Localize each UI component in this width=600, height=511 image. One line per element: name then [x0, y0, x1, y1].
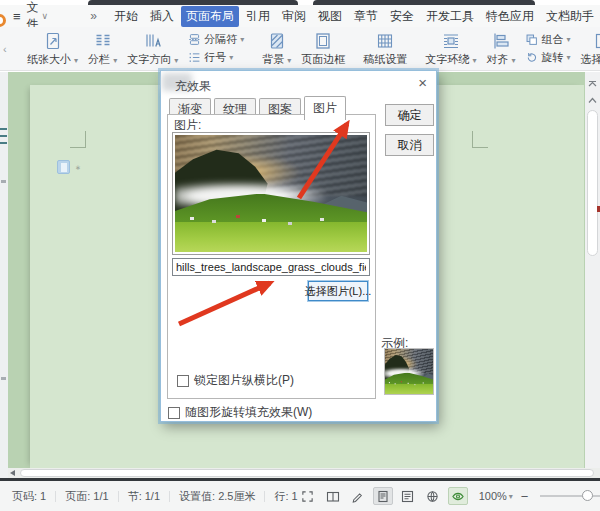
menu-item-security[interactable]: 安全	[385, 6, 419, 27]
close-icon[interactable]: ×	[418, 75, 427, 91]
columns-button[interactable]: 分栏 ▾	[88, 31, 117, 67]
status-section: 节: 1/1	[128, 489, 160, 504]
toolbar-more-icon[interactable]: »	[90, 9, 97, 23]
selection-pane-icon	[593, 31, 600, 51]
two-page-view-button[interactable]	[323, 487, 343, 505]
selection-pane-button[interactable]: 选择窗格	[581, 31, 600, 67]
menu-item-dev-tools[interactable]: 开发工具	[421, 6, 479, 27]
paste-options-icon[interactable]	[57, 160, 70, 174]
print-layout-view-button[interactable]	[373, 487, 393, 505]
menu-item-insert[interactable]: 插入	[145, 6, 179, 27]
fullscreen-icon	[301, 490, 314, 503]
chevron-down-icon: ▾	[240, 35, 244, 44]
status-left: 页码: 1 页面: 1/1 节: 1/1 设置值: 2.5厘米 行: 1	[12, 489, 298, 504]
app-logo-fragment	[0, 14, 6, 27]
manuscript-setup-label: 稿纸设置	[363, 52, 407, 67]
strip-mark	[0, 128, 7, 130]
manuscript-setup-button[interactable]: 稿纸设置	[363, 31, 407, 67]
ok-button[interactable]: 确定	[385, 104, 434, 126]
main-menu: 开始 插入 页面布局 引用 审阅 视图 章节 安全 开发工具 特色应用 文档助手	[109, 6, 599, 27]
menu-item-doc-assistant[interactable]: 文档助手	[541, 6, 599, 27]
lock-aspect-ratio-checkbox[interactable]: 锁定图片纵横比(P)	[177, 372, 294, 389]
chevron-down-icon: ▾	[74, 56, 78, 65]
web-layout-view-button[interactable]	[423, 487, 443, 505]
hamburger-menu-icon[interactable]: ≡	[13, 9, 21, 24]
fullscreen-button[interactable]	[298, 487, 318, 505]
zoom-level-value: 100%	[479, 490, 507, 502]
selection-pane-label: 选择窗格	[581, 52, 600, 67]
zoom-out-button[interactable]: −	[518, 489, 532, 504]
paper-size-icon	[43, 31, 63, 51]
chevron-down-icon: ▾	[287, 56, 291, 65]
menu-item-home[interactable]: 开始	[109, 6, 143, 27]
group-rotate-group: 组合▾ 旋转▾	[525, 32, 570, 65]
outline-view-icon	[401, 490, 414, 503]
menu-item-section[interactable]: 章节	[349, 6, 383, 27]
status-right: 100% ▾ − +	[298, 487, 600, 505]
columns-icon	[93, 31, 113, 51]
background-button[interactable]: 背景 ▾	[262, 31, 291, 67]
breaks-linenum-group: 分隔符▾ 行号▾	[188, 32, 244, 65]
vertical-scroll-thumb[interactable]	[587, 110, 598, 256]
margin-corner-mark	[472, 131, 488, 148]
group-button[interactable]: 组合▾	[525, 32, 570, 47]
book-view-icon	[326, 490, 340, 503]
text-wrap-button[interactable]: 文字环绕 ▾	[425, 31, 476, 67]
page-border-icon	[313, 31, 333, 51]
divider	[118, 491, 119, 502]
zoom-slider[interactable]	[540, 495, 600, 497]
scroll-left-icon[interactable]	[10, 470, 15, 476]
scroll-up-icon[interactable]	[588, 80, 597, 88]
background-label: 背景	[262, 53, 284, 65]
horizontal-scrollbar[interactable]	[8, 468, 600, 478]
text-wrap-icon	[441, 31, 461, 51]
menu-item-special-features[interactable]: 特色应用	[481, 6, 539, 27]
ink-pen-button[interactable]	[348, 487, 368, 505]
divider	[264, 491, 265, 502]
strip-mark	[0, 142, 7, 144]
menu-item-page-layout[interactable]: 页面布局	[181, 6, 239, 27]
rotate-fill-checkbox[interactable]: 随图形旋转填充效果(W)	[168, 404, 312, 421]
rotate-label: 旋转	[541, 50, 563, 65]
line-numbers-button[interactable]: 行号▾	[188, 50, 244, 65]
pilcrow-mark: ∗	[75, 166, 81, 170]
align-button[interactable]: 对齐 ▾	[486, 31, 515, 67]
line-numbers-label: 行号	[204, 50, 226, 65]
meadow-art	[175, 222, 367, 252]
menu-item-review[interactable]: 审阅	[277, 6, 311, 27]
breaks-label: 分隔符	[204, 32, 237, 47]
rotate-fill-label: 随图形旋转填充效果(W)	[185, 404, 312, 421]
divider	[169, 491, 170, 502]
tab-picture[interactable]: 图片	[304, 96, 346, 120]
chevron-down-icon: ▾	[113, 56, 117, 65]
eye-protection-mode-button[interactable]	[448, 487, 468, 505]
zoom-level-button[interactable]: 100% ▾	[479, 490, 513, 502]
columns-label: 分栏	[88, 53, 110, 65]
outline-view-button[interactable]	[398, 487, 418, 505]
status-page-number: 页码: 1	[12, 489, 46, 504]
chevron-down-icon: ▾	[566, 35, 570, 44]
page-border-button[interactable]: 页面边框	[301, 31, 345, 67]
chevron-down-icon: ∨	[42, 11, 49, 21]
cancel-button[interactable]: 取消	[385, 134, 434, 156]
horizontal-scroll-thumb[interactable]	[20, 469, 594, 477]
scroll-up-arrow-icon[interactable]	[588, 96, 597, 104]
breaks-button[interactable]: 分隔符▾	[188, 32, 244, 47]
select-picture-button[interactable]: 选择图片(L)...	[308, 281, 368, 301]
menu-item-view[interactable]: 视图	[313, 6, 347, 27]
menu-item-references[interactable]: 引用	[241, 6, 275, 27]
chevron-left-icon[interactable]: ‹	[3, 43, 7, 55]
background-icon	[267, 31, 287, 51]
zoom-slider-handle[interactable]	[582, 490, 593, 501]
text-direction-button[interactable]: 文字方向 ▾	[127, 31, 178, 67]
vertical-scrollbar[interactable]	[585, 72, 600, 478]
village-art	[190, 217, 194, 220]
picture-filename-field[interactable]	[172, 258, 370, 276]
sample-thumbnail	[384, 348, 434, 395]
chevron-down-icon: ▾	[229, 53, 233, 62]
strip-mark	[1, 180, 6, 183]
manuscript-grid-icon	[375, 31, 395, 51]
rotate-button[interactable]: 旋转▾	[525, 50, 570, 65]
paper-size-button[interactable]: 纸张大小 ▾	[27, 31, 78, 67]
strip-mark	[1, 377, 6, 380]
